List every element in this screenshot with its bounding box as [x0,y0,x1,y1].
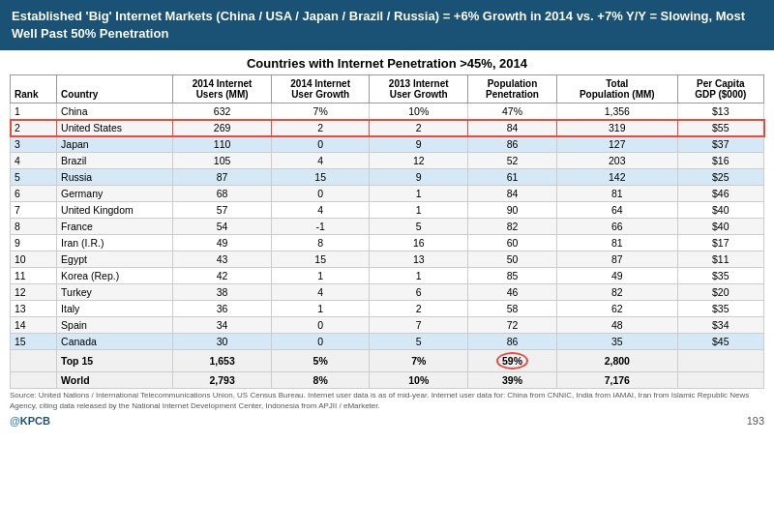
table-cell: 10% [370,103,468,120]
table-cell: 86 [468,334,557,350]
table-cell: $11 [677,251,763,268]
table-cell: 10 [11,251,57,268]
table-cell: France [57,219,173,235]
table-cell: Korea (Rep.) [57,268,173,284]
top15-cell: 2,800 [556,350,677,372]
table-row: 4Brazil10541252203$16 [11,153,764,169]
table-cell: Japan [57,136,173,153]
table-cell: 2 [370,301,468,317]
table-cell: 47% [468,103,557,120]
table-cell: 61 [468,169,557,186]
table-cell: 64 [556,202,677,219]
page-number: 193 [747,415,764,427]
table-cell: 2 [11,120,57,136]
top15-cell [677,350,763,372]
table-cell: 58 [468,301,557,317]
table-cell: 0 [271,317,370,334]
table-cell: 4 [271,153,370,169]
table-cell: 1,356 [556,103,677,120]
table-cell: 105 [173,153,272,169]
table-cell: 43 [173,251,272,268]
table-cell: $37 [677,136,763,153]
table-cell: 16 [370,235,468,251]
table-cell: 82 [556,284,677,301]
col-gdp: Per CapitaGDP ($000) [677,75,763,103]
table-cell: Germany [57,186,173,202]
header-text: Established 'Big' Internet Markets (Chin… [12,9,745,41]
table-body: 1China6327%10%47%1,356$132United States2… [11,103,764,389]
world-cell: 39% [468,372,557,389]
world-cell: 10% [370,372,468,389]
table-cell: 90 [468,202,557,219]
table-cell: Turkey [57,284,173,301]
table-cell: 66 [556,219,677,235]
table-cell: 85 [468,268,557,284]
table-cell: 0 [271,186,370,202]
world-cell: World [57,372,173,389]
table-cell: 110 [173,136,272,153]
col-country: Country [57,75,173,103]
table-cell: $13 [677,103,763,120]
table-cell: 6 [370,284,468,301]
table-row: 8France54-158266$40 [11,219,764,235]
bottom-bar: @KPCB 193 [0,413,774,429]
top15-cell: 5% [271,350,370,372]
table-cell: 0 [271,334,370,350]
source-text: Source: United Nations / International T… [0,389,774,411]
table-cell: $40 [677,202,763,219]
table-cell: 52 [468,153,557,169]
table-cell: 3 [11,136,57,153]
table-cell: 9 [11,235,57,251]
world-cell [677,372,763,389]
table-cell: 0 [271,136,370,153]
table-cell: 62 [556,301,677,317]
col-growth-2014: 2014 InternetUser Growth [271,75,370,103]
table-cell: -1 [271,219,370,235]
table-cell: China [57,103,173,120]
table-cell: 1 [370,202,468,219]
table-header-row: Rank Country 2014 InternetUsers (MM) 201… [11,75,764,103]
table-cell: 5 [11,169,57,186]
table-cell: 48 [556,317,677,334]
table-row: 7United Kingdom57419064$40 [11,202,764,219]
table-cell: $46 [677,186,763,202]
table-row: 11Korea (Rep.)42118549$35 [11,268,764,284]
table-cell: 81 [556,186,677,202]
table-cell: Canada [57,334,173,350]
table-cell: 9 [370,169,468,186]
table-cell: Iran (I.R.) [57,235,173,251]
top15-cell [11,350,57,372]
table-cell: 2 [271,120,370,136]
top15-row: Top 151,6535%7%59%2,800 [11,350,764,372]
table-cell: 6 [11,186,57,202]
at-symbol: @ [10,415,20,427]
table-cell: 1 [271,301,370,317]
world-cell: 7,176 [556,372,677,389]
table-cell: United States [57,120,173,136]
table-cell: 7% [271,103,370,120]
table-cell: 54 [173,219,272,235]
table-cell: $35 [677,301,763,317]
table-row: 2United States2692284319$55 [11,120,764,136]
kpcb-text: KPCB [20,415,50,427]
table-cell: 14 [11,317,57,334]
top15-cell: Top 15 [57,350,173,372]
table-cell: 46 [468,284,557,301]
table-cell: 87 [173,169,272,186]
col-growth-2013: 2013 InternetUser Growth [370,75,468,103]
table-cell: 13 [370,251,468,268]
table-cell: 30 [173,334,272,350]
col-penetration: PopulationPenetration [468,75,557,103]
table-cell: $25 [677,169,763,186]
table-cell: 50 [468,251,557,268]
table-cell: $16 [677,153,763,169]
table-cell: Russia [57,169,173,186]
table-cell: 12 [11,284,57,301]
data-table: Rank Country 2014 InternetUsers (MM) 201… [10,74,764,389]
table-cell: $20 [677,284,763,301]
table-cell: 269 [173,120,272,136]
table-cell: 13 [11,301,57,317]
table-cell: 15 [271,169,370,186]
top15-cell: 7% [370,350,468,372]
table-cell: 38 [173,284,272,301]
